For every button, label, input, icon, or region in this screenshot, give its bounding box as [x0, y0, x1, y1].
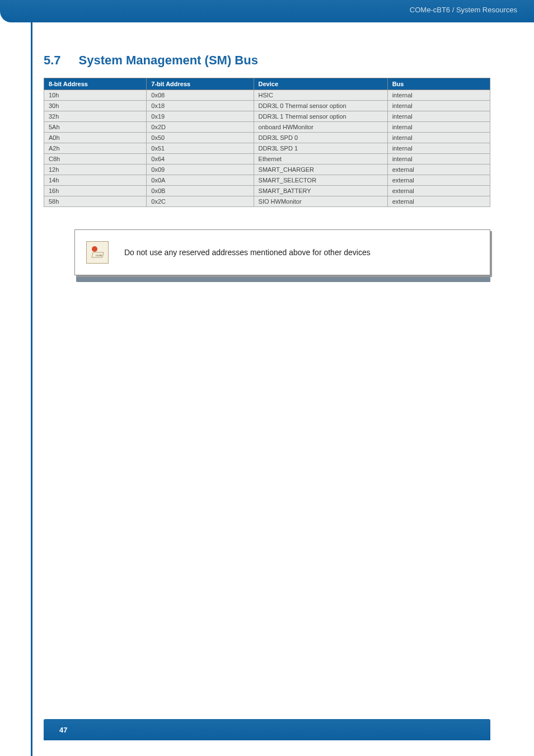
cell-device: SIO HWMonitor [254, 196, 387, 207]
page-footer: 47 [44, 719, 490, 740]
cell-8bit: C8h [44, 154, 147, 165]
sm-bus-table: 8-bit Address 7-bit Address Device Bus 1… [44, 78, 490, 207]
cell-device: SMART_BATTERY [254, 186, 387, 196]
cell-bus: internal [387, 133, 490, 143]
cell-8bit: 12h [44, 165, 147, 175]
breadcrumb: COMe-cBT6 / System Resources [410, 6, 517, 14]
cell-7bit: 0x64 [147, 154, 254, 165]
table-row: A0h0x50DDR3L SPD 0internal [44, 133, 490, 143]
section-heading: 5.7 System Management (SM) Bus [44, 53, 490, 68]
svg-point-0 [92, 246, 97, 252]
cell-7bit: 0x50 [147, 133, 254, 143]
th-8bit-address: 8-bit Address [44, 78, 147, 90]
cell-8bit: 58h [44, 196, 147, 207]
cell-7bit: 0x2D [147, 122, 254, 133]
cell-device: DDR3L SPD 1 [254, 143, 387, 154]
cell-bus: internal [387, 111, 490, 122]
cell-7bit: 0x0A [147, 175, 254, 186]
cell-device: SMART_SELECTOR [254, 175, 387, 186]
table-row: 5Ah0x2Donboard HWMonitorinternal [44, 122, 490, 133]
table-row: 58h0x2CSIO HWMonitorexternal [44, 196, 490, 207]
cell-bus: external [387, 196, 490, 207]
cell-7bit: 0x18 [147, 101, 254, 111]
cell-7bit: 0x08 [147, 90, 254, 101]
page-number: 47 [59, 726, 67, 734]
cell-7bit: 0x2C [147, 196, 254, 207]
table-row: 10h0x08HSICinternal [44, 90, 490, 101]
cell-8bit: 32h [44, 111, 147, 122]
left-margin-rule [31, 22, 32, 756]
cell-bus: internal [387, 90, 490, 101]
note-inner: note Do not use any reserved addresses m… [75, 230, 490, 275]
note-callout: note Do not use any reserved addresses m… [74, 229, 490, 275]
cell-bus: external [387, 175, 490, 186]
cell-device: DDR3L 1 Thermal sensor option [254, 111, 387, 122]
table-row: 30h0x18DDR3L 0 Thermal sensor optioninte… [44, 101, 490, 111]
cell-8bit: 16h [44, 186, 147, 196]
cell-8bit: A0h [44, 133, 147, 143]
cell-8bit: A2h [44, 143, 147, 154]
cell-device: SMART_CHARGER [254, 165, 387, 175]
cell-8bit: 10h [44, 90, 147, 101]
note-shadow [76, 274, 490, 282]
note-text: Do not use any reserved addresses mentio… [124, 248, 371, 257]
page-header: COMe-cBT6 / System Resources [0, 0, 534, 22]
table-row: 14h0x0ASMART_SELECTORexternal [44, 175, 490, 186]
table-row: 32h0x19DDR3L 1 Thermal sensor optioninte… [44, 111, 490, 122]
cell-bus: internal [387, 154, 490, 165]
table-row: 16h0x0BSMART_BATTERYexternal [44, 186, 490, 196]
table-row: 12h0x09SMART_CHARGERexternal [44, 165, 490, 175]
cell-bus: internal [387, 143, 490, 154]
page-content: 5.7 System Management (SM) Bus 8-bit Add… [0, 22, 534, 282]
th-7bit-address: 7-bit Address [147, 78, 254, 90]
cell-device: DDR3L SPD 0 [254, 133, 387, 143]
cell-bus: external [387, 186, 490, 196]
th-device: Device [254, 78, 387, 90]
note-icon: note [86, 241, 109, 264]
cell-device: Ethernet [254, 154, 387, 165]
cell-device: onboard HWMonitor [254, 122, 387, 133]
cell-7bit: 0x0B [147, 186, 254, 196]
table-row: A2h0x51DDR3L SPD 1internal [44, 143, 490, 154]
cell-8bit: 5Ah [44, 122, 147, 133]
cell-7bit: 0x19 [147, 111, 254, 122]
section-title: System Management (SM) Bus [79, 53, 258, 68]
cell-bus: internal [387, 122, 490, 133]
cell-bus: external [387, 165, 490, 175]
cell-7bit: 0x09 [147, 165, 254, 175]
cell-bus: internal [387, 101, 490, 111]
th-bus: Bus [387, 78, 490, 90]
cell-8bit: 30h [44, 101, 147, 111]
cell-7bit: 0x51 [147, 143, 254, 154]
cell-device: HSIC [254, 90, 387, 101]
cell-8bit: 14h [44, 175, 147, 186]
table-row: C8h0x64Ethernetinternal [44, 154, 490, 165]
cell-device: DDR3L 0 Thermal sensor option [254, 101, 387, 111]
svg-text:note: note [96, 253, 102, 257]
table-header-row: 8-bit Address 7-bit Address Device Bus [44, 78, 490, 90]
section-number: 5.7 [44, 53, 61, 68]
